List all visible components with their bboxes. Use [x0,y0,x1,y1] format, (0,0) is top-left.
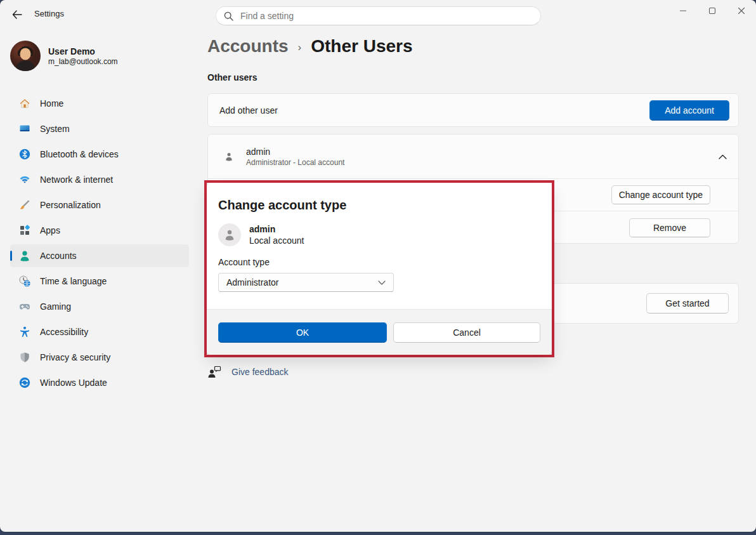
sidebar-item-gaming[interactable]: Gaming [10,295,189,318]
time-language-icon [18,275,31,287]
sidebar: User Demo m_lab@outlook.com Home System [0,30,203,532]
settings-window: Settings [0,0,756,532]
maximize-button[interactable] [698,0,727,22]
cancel-button[interactable]: Cancel [393,322,540,343]
account-type-dropdown[interactable]: Administrator [218,273,394,292]
search-icon [224,11,233,21]
personalization-icon [18,199,31,211]
breadcrumb-accounts[interactable]: Accounts [207,36,289,56]
search-input[interactable] [239,10,533,22]
sidebar-item-label: Gaming [40,301,71,312]
user-avatar [10,41,41,71]
dialog-user-text: admin Local account [249,223,304,246]
user-email: m_lab@outlook.com [48,57,118,67]
accounts-icon [18,249,31,262]
system-icon [18,122,31,135]
close-button[interactable] [727,0,756,22]
search-box[interactable] [216,6,541,25]
title-bar: Settings [0,0,756,30]
sidebar-item-windows-update[interactable]: Windows Update [10,371,189,394]
give-feedback-link[interactable]: Give feedback [207,366,289,378]
user-info: User Demo m_lab@outlook.com [48,46,118,67]
dialog-user-type: Local account [249,235,304,246]
dialog-user-name: admin [249,223,304,235]
privacy-icon [18,351,31,364]
windows-update-icon [18,376,31,389]
sidebar-item-apps[interactable]: Apps [10,219,189,242]
add-other-user-label: Add other user [219,105,278,116]
sidebar-item-label: System [40,124,70,134]
breadcrumb: Accounts › Other Users [207,36,413,56]
sidebar-item-label: Apps [40,225,60,235]
sidebar-item-label: Accounts [40,251,77,261]
person-icon [223,151,235,162]
sidebar-item-label: Network & internet [40,175,113,185]
maximize-icon [708,7,716,15]
minimize-button[interactable] [668,0,698,22]
user-profile[interactable]: User Demo m_lab@outlook.com [10,41,118,71]
chevron-down-icon [378,281,386,285]
add-account-button[interactable]: Add account [649,100,729,121]
window-controls [668,0,756,22]
sidebar-item-bluetooth-devices[interactable]: Bluetooth & devices [10,143,189,166]
sidebar-item-label: Accessibility [40,327,88,337]
sidebar-item-system[interactable]: System [10,117,189,140]
accessibility-icon [18,326,31,338]
sidebar-item-label: Time & language [40,276,107,286]
breadcrumb-separator-icon: › [298,41,302,54]
change-account-type-dialog: Change account type admin Local account … [207,183,552,355]
remove-button[interactable]: Remove [629,218,710,237]
account-type-label: Account type [218,257,540,267]
close-icon [738,7,745,15]
sidebar-item-label: Privacy & security [40,352,110,362]
bluetooth-icon [18,148,31,161]
give-feedback-label: Give feedback [231,367,289,377]
chevron-up-icon[interactable] [719,154,727,159]
app-title: Settings [34,0,64,27]
dialog-title: Change account type [218,198,540,213]
user-row-admin[interactable]: admin Administrator - Local account [208,135,738,178]
feedback-icon [207,366,221,378]
home-icon [18,97,31,110]
dialog-user-avatar-icon [218,223,241,246]
apps-icon [18,224,31,237]
sidebar-item-time-language[interactable]: Time & language [10,270,189,293]
sidebar-item-accessibility[interactable]: Accessibility [10,320,189,343]
back-arrow-icon [12,10,22,19]
page-title: Other Users [311,36,412,56]
section-label-other-users: Other users [207,72,257,83]
sidebar-item-privacy-security[interactable]: Privacy & security [10,346,189,369]
change-account-type-button[interactable]: Change account type [611,185,710,204]
annotation-rectangle: Change account type admin Local account … [204,180,554,357]
user-row-description: Administrator - Local account [246,157,707,168]
gaming-icon [18,300,31,313]
user-row-text: admin Administrator - Local account [246,146,707,168]
network-icon [18,173,31,186]
sidebar-item-home[interactable]: Home [10,92,189,115]
sidebar-item-accounts[interactable]: Accounts [10,244,189,267]
sidebar-item-label: Windows Update [40,378,107,388]
sidebar-nav: Home System Bluetooth & devices Network … [10,92,189,397]
ok-button[interactable]: OK [218,322,387,343]
sidebar-item-personalization[interactable]: Personalization [10,194,189,216]
dialog-user: admin Local account [218,223,540,246]
dialog-footer: OK Cancel [207,309,552,355]
sidebar-item-label: Bluetooth & devices [40,149,119,159]
user-name: User Demo [48,46,118,57]
add-other-user-row: Add other user Add account [207,93,739,127]
get-started-button[interactable]: Get started [646,293,729,314]
sidebar-item-label: Personalization [40,200,101,210]
sidebar-item-label: Home [40,98,63,109]
minimize-icon [679,7,687,15]
back-button[interactable] [6,5,28,24]
account-type-selected-value: Administrator [226,277,278,287]
user-row-name: admin [246,146,707,157]
sidebar-item-network-internet[interactable]: Network & internet [10,168,189,191]
